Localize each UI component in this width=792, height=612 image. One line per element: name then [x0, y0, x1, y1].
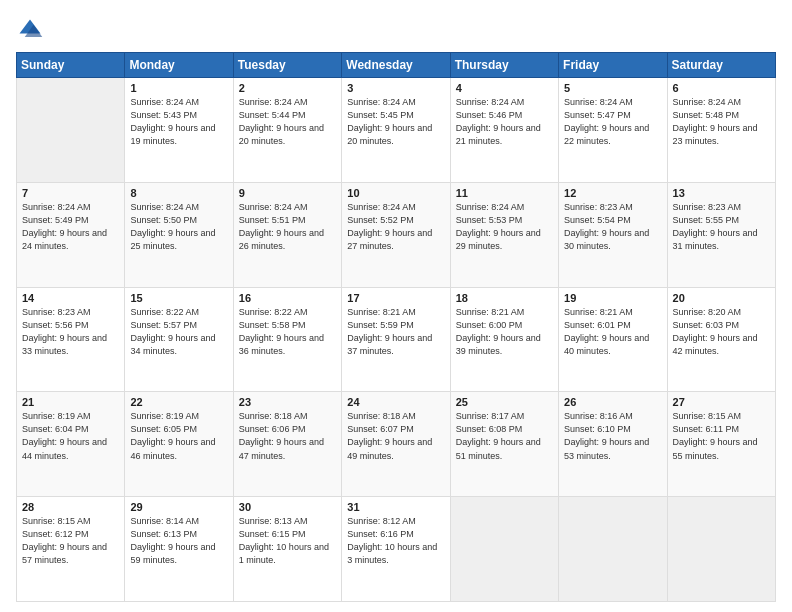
- day-info: Sunrise: 8:12 AMSunset: 6:16 PMDaylight:…: [347, 515, 444, 567]
- calendar-cell: 29Sunrise: 8:14 AMSunset: 6:13 PMDayligh…: [125, 497, 233, 602]
- logo: [16, 16, 48, 44]
- day-number: 30: [239, 501, 336, 513]
- calendar-cell: 24Sunrise: 8:18 AMSunset: 6:07 PMDayligh…: [342, 392, 450, 497]
- calendar-cell: 12Sunrise: 8:23 AMSunset: 5:54 PMDayligh…: [559, 182, 667, 287]
- calendar-cell: 28Sunrise: 8:15 AMSunset: 6:12 PMDayligh…: [17, 497, 125, 602]
- day-info: Sunrise: 8:22 AMSunset: 5:57 PMDaylight:…: [130, 306, 227, 358]
- day-number: 28: [22, 501, 119, 513]
- calendar-cell: 21Sunrise: 8:19 AMSunset: 6:04 PMDayligh…: [17, 392, 125, 497]
- calendar-cell: 30Sunrise: 8:13 AMSunset: 6:15 PMDayligh…: [233, 497, 341, 602]
- calendar-table: SundayMondayTuesdayWednesdayThursdayFrid…: [16, 52, 776, 602]
- weekday-header-row: SundayMondayTuesdayWednesdayThursdayFrid…: [17, 53, 776, 78]
- calendar-cell: 9Sunrise: 8:24 AMSunset: 5:51 PMDaylight…: [233, 182, 341, 287]
- day-info: Sunrise: 8:24 AMSunset: 5:53 PMDaylight:…: [456, 201, 553, 253]
- calendar-cell: [17, 78, 125, 183]
- day-number: 25: [456, 396, 553, 408]
- day-info: Sunrise: 8:15 AMSunset: 6:12 PMDaylight:…: [22, 515, 119, 567]
- calendar-cell: 25Sunrise: 8:17 AMSunset: 6:08 PMDayligh…: [450, 392, 558, 497]
- weekday-header-tuesday: Tuesday: [233, 53, 341, 78]
- calendar-cell: 6Sunrise: 8:24 AMSunset: 5:48 PMDaylight…: [667, 78, 775, 183]
- day-number: 7: [22, 187, 119, 199]
- day-number: 26: [564, 396, 661, 408]
- day-info: Sunrise: 8:20 AMSunset: 6:03 PMDaylight:…: [673, 306, 770, 358]
- header: [16, 16, 776, 44]
- week-row-3: 14Sunrise: 8:23 AMSunset: 5:56 PMDayligh…: [17, 287, 776, 392]
- day-info: Sunrise: 8:24 AMSunset: 5:50 PMDaylight:…: [130, 201, 227, 253]
- day-info: Sunrise: 8:13 AMSunset: 6:15 PMDaylight:…: [239, 515, 336, 567]
- day-info: Sunrise: 8:19 AMSunset: 6:05 PMDaylight:…: [130, 410, 227, 462]
- calendar-cell: 10Sunrise: 8:24 AMSunset: 5:52 PMDayligh…: [342, 182, 450, 287]
- calendar-cell: 18Sunrise: 8:21 AMSunset: 6:00 PMDayligh…: [450, 287, 558, 392]
- day-info: Sunrise: 8:21 AMSunset: 5:59 PMDaylight:…: [347, 306, 444, 358]
- day-info: Sunrise: 8:24 AMSunset: 5:48 PMDaylight:…: [673, 96, 770, 148]
- calendar-cell: 5Sunrise: 8:24 AMSunset: 5:47 PMDaylight…: [559, 78, 667, 183]
- day-number: 20: [673, 292, 770, 304]
- day-number: 10: [347, 187, 444, 199]
- weekday-header-sunday: Sunday: [17, 53, 125, 78]
- day-info: Sunrise: 8:24 AMSunset: 5:47 PMDaylight:…: [564, 96, 661, 148]
- day-number: 23: [239, 396, 336, 408]
- week-row-1: 1Sunrise: 8:24 AMSunset: 5:43 PMDaylight…: [17, 78, 776, 183]
- day-info: Sunrise: 8:22 AMSunset: 5:58 PMDaylight:…: [239, 306, 336, 358]
- day-number: 1: [130, 82, 227, 94]
- day-number: 17: [347, 292, 444, 304]
- day-info: Sunrise: 8:24 AMSunset: 5:46 PMDaylight:…: [456, 96, 553, 148]
- week-row-5: 28Sunrise: 8:15 AMSunset: 6:12 PMDayligh…: [17, 497, 776, 602]
- day-number: 4: [456, 82, 553, 94]
- week-row-2: 7Sunrise: 8:24 AMSunset: 5:49 PMDaylight…: [17, 182, 776, 287]
- weekday-header-friday: Friday: [559, 53, 667, 78]
- calendar-cell: 13Sunrise: 8:23 AMSunset: 5:55 PMDayligh…: [667, 182, 775, 287]
- weekday-header-wednesday: Wednesday: [342, 53, 450, 78]
- calendar-cell: 8Sunrise: 8:24 AMSunset: 5:50 PMDaylight…: [125, 182, 233, 287]
- day-info: Sunrise: 8:18 AMSunset: 6:07 PMDaylight:…: [347, 410, 444, 462]
- weekday-header-monday: Monday: [125, 53, 233, 78]
- calendar-cell: 26Sunrise: 8:16 AMSunset: 6:10 PMDayligh…: [559, 392, 667, 497]
- calendar-cell: 7Sunrise: 8:24 AMSunset: 5:49 PMDaylight…: [17, 182, 125, 287]
- day-info: Sunrise: 8:21 AMSunset: 6:01 PMDaylight:…: [564, 306, 661, 358]
- calendar-cell: 1Sunrise: 8:24 AMSunset: 5:43 PMDaylight…: [125, 78, 233, 183]
- calendar-cell: 17Sunrise: 8:21 AMSunset: 5:59 PMDayligh…: [342, 287, 450, 392]
- calendar-cell: 22Sunrise: 8:19 AMSunset: 6:05 PMDayligh…: [125, 392, 233, 497]
- day-number: 22: [130, 396, 227, 408]
- day-info: Sunrise: 8:14 AMSunset: 6:13 PMDaylight:…: [130, 515, 227, 567]
- day-info: Sunrise: 8:24 AMSunset: 5:43 PMDaylight:…: [130, 96, 227, 148]
- calendar-cell: 14Sunrise: 8:23 AMSunset: 5:56 PMDayligh…: [17, 287, 125, 392]
- day-number: 6: [673, 82, 770, 94]
- day-number: 11: [456, 187, 553, 199]
- day-info: Sunrise: 8:15 AMSunset: 6:11 PMDaylight:…: [673, 410, 770, 462]
- calendar-cell: 3Sunrise: 8:24 AMSunset: 5:45 PMDaylight…: [342, 78, 450, 183]
- day-number: 9: [239, 187, 336, 199]
- day-number: 29: [130, 501, 227, 513]
- day-info: Sunrise: 8:23 AMSunset: 5:55 PMDaylight:…: [673, 201, 770, 253]
- calendar-cell: 2Sunrise: 8:24 AMSunset: 5:44 PMDaylight…: [233, 78, 341, 183]
- calendar-cell: 15Sunrise: 8:22 AMSunset: 5:57 PMDayligh…: [125, 287, 233, 392]
- calendar-cell: 4Sunrise: 8:24 AMSunset: 5:46 PMDaylight…: [450, 78, 558, 183]
- day-info: Sunrise: 8:24 AMSunset: 5:44 PMDaylight:…: [239, 96, 336, 148]
- day-number: 16: [239, 292, 336, 304]
- calendar-cell: [559, 497, 667, 602]
- day-number: 12: [564, 187, 661, 199]
- day-info: Sunrise: 8:23 AMSunset: 5:54 PMDaylight:…: [564, 201, 661, 253]
- day-info: Sunrise: 8:21 AMSunset: 6:00 PMDaylight:…: [456, 306, 553, 358]
- logo-icon: [16, 16, 44, 44]
- calendar-cell: 11Sunrise: 8:24 AMSunset: 5:53 PMDayligh…: [450, 182, 558, 287]
- calendar-cell: [667, 497, 775, 602]
- day-number: 2: [239, 82, 336, 94]
- day-info: Sunrise: 8:24 AMSunset: 5:49 PMDaylight:…: [22, 201, 119, 253]
- calendar-cell: 27Sunrise: 8:15 AMSunset: 6:11 PMDayligh…: [667, 392, 775, 497]
- day-number: 14: [22, 292, 119, 304]
- page: SundayMondayTuesdayWednesdayThursdayFrid…: [0, 0, 792, 612]
- day-number: 27: [673, 396, 770, 408]
- week-row-4: 21Sunrise: 8:19 AMSunset: 6:04 PMDayligh…: [17, 392, 776, 497]
- day-number: 8: [130, 187, 227, 199]
- calendar-cell: [450, 497, 558, 602]
- calendar-cell: 31Sunrise: 8:12 AMSunset: 6:16 PMDayligh…: [342, 497, 450, 602]
- day-number: 19: [564, 292, 661, 304]
- day-info: Sunrise: 8:16 AMSunset: 6:10 PMDaylight:…: [564, 410, 661, 462]
- calendar-cell: 20Sunrise: 8:20 AMSunset: 6:03 PMDayligh…: [667, 287, 775, 392]
- day-number: 15: [130, 292, 227, 304]
- day-number: 18: [456, 292, 553, 304]
- day-number: 13: [673, 187, 770, 199]
- day-info: Sunrise: 8:24 AMSunset: 5:51 PMDaylight:…: [239, 201, 336, 253]
- day-info: Sunrise: 8:24 AMSunset: 5:45 PMDaylight:…: [347, 96, 444, 148]
